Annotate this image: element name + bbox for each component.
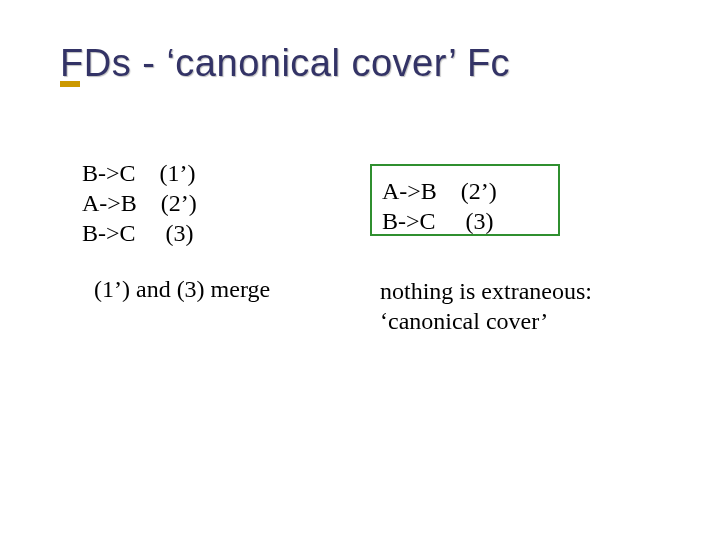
- fd-row: B->C (1’): [82, 158, 197, 188]
- fd-row: A->B (2’): [382, 176, 497, 206]
- slide: FDs - ‘canonical cover’ Fc B->C (1’) A->…: [0, 0, 720, 540]
- right-fd-list: A->B (2’) B->C (3): [382, 176, 497, 236]
- page-title: FDs - ‘canonical cover’ Fc: [60, 42, 510, 84]
- fd-row: B->C (3): [82, 218, 197, 248]
- title-underline: [60, 100, 660, 102]
- title-accent: [60, 81, 80, 87]
- right-caption-line: ‘canonical cover’: [380, 306, 592, 336]
- right-caption-line: nothing is extraneous:: [380, 276, 592, 306]
- left-fd-list: B->C (1’) A->B (2’) B->C (3): [82, 158, 197, 248]
- fd-row: B->C (3): [382, 206, 497, 236]
- title-block: FDs - ‘canonical cover’ Fc: [60, 42, 660, 85]
- left-caption: (1’) and (3) merge: [94, 276, 270, 303]
- right-caption: nothing is extraneous: ‘canonical cover’: [380, 276, 592, 336]
- fd-row: A->B (2’): [82, 188, 197, 218]
